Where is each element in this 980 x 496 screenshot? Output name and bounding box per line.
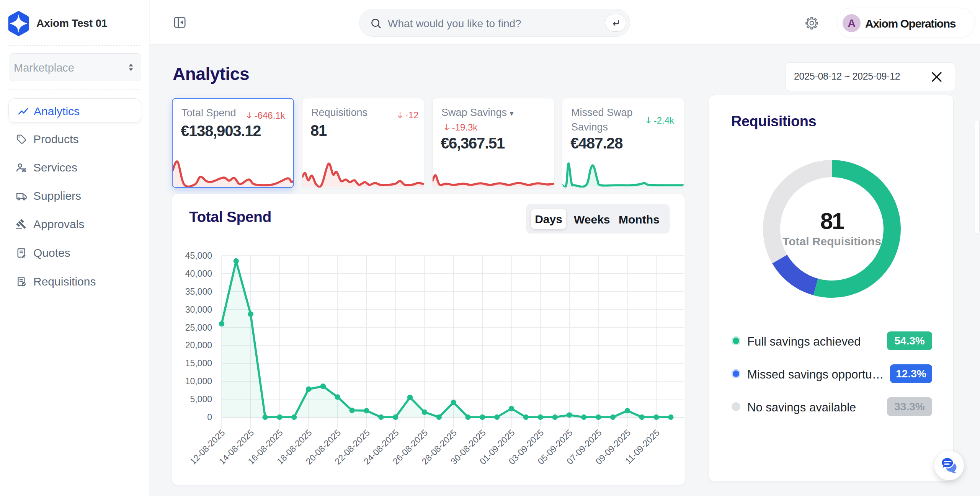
svg-text:45,000: 45,000 bbox=[185, 251, 212, 261]
svg-text:40,000: 40,000 bbox=[185, 269, 212, 279]
svg-text:0: 0 bbox=[207, 412, 212, 422]
svg-text:5,000: 5,000 bbox=[190, 394, 212, 404]
svg-text:30,000: 30,000 bbox=[185, 305, 212, 315]
svg-text:20,000: 20,000 bbox=[185, 340, 212, 350]
svg-text:15,000: 15,000 bbox=[185, 358, 212, 368]
svg-text:35,000: 35,000 bbox=[185, 287, 212, 297]
svg-text:10,000: 10,000 bbox=[185, 376, 212, 386]
svg-text:25,000: 25,000 bbox=[185, 323, 212, 333]
